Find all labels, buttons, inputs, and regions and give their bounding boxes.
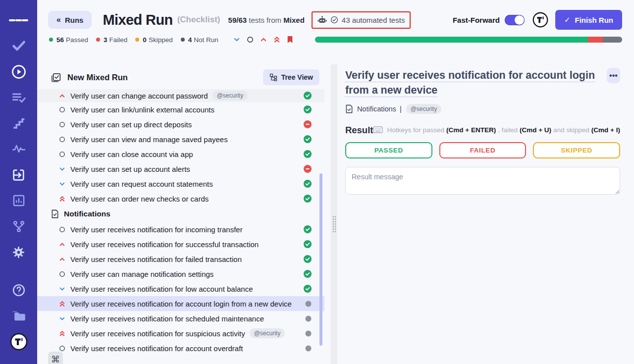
status-passed-icon [299,180,312,188]
suite-section-label: Notifications [64,209,110,218]
test-row[interactable]: Verify user can close account via app [37,147,324,161]
result-message-input[interactable] [345,167,620,195]
settings-gear-icon[interactable] [9,244,29,260]
run-panel-header: New Mixed Run Tree View [37,64,324,89]
verdict-failed-button[interactable]: FAILED [439,142,527,158]
test-row-label: Verify user receives notification for su… [70,240,259,249]
priority-critical-icon [58,195,65,203]
progress-passed-segment [315,37,588,43]
breadcrumb-suite[interactable]: Notifications [357,105,396,113]
test-row-label: Verify user can order new checks or card… [70,195,209,203]
test-row-label: Verify user can link/unlink external acc… [70,105,214,114]
back-to-runs-label: Runs [65,16,84,24]
double-chevron-up-filter-icon[interactable] [273,36,280,44]
test-row[interactable]: Verify user can manage notification sett… [37,266,324,281]
brand-logo[interactable] [9,333,29,350]
test-row-label: Verify user receives notification for fa… [70,255,242,263]
tasks-check-icon[interactable] [9,38,29,54]
automated-tests-chip[interactable]: 43 automated tests [312,11,411,29]
failed-dot-icon [96,38,100,42]
fast-forward-label: Fast-Forward [453,16,500,24]
tree-view-button[interactable]: Tree View [263,69,319,85]
projects-folder-icon[interactable] [9,308,29,324]
tests-count-summary: 59/63 tests from Mixed [228,16,305,24]
security-tag[interactable]: @security [406,104,442,114]
branches-icon[interactable] [9,218,29,235]
finish-run-label: Finish Run [575,16,614,24]
test-row[interactable]: Verify user receives notification for ac… [37,341,324,356]
priority-critical-icon [58,300,65,308]
progress-failed-segment [588,37,603,43]
test-plans-icon[interactable] [9,89,29,106]
stat-skipped: 0Skipped [135,36,172,44]
priority-low-icon [58,181,65,187]
test-row[interactable]: Verify user receives notification for in… [37,222,324,237]
test-row-label: Verify user receives notification for sc… [70,314,264,323]
verdict-passed-button[interactable]: PASSED [345,142,432,158]
import-icon[interactable] [9,166,29,183]
priority-normal-icon [58,345,65,352]
back-to-runs-button[interactable]: « Runs [48,11,92,29]
test-row[interactable]: Verify user receives notification for fa… [37,252,324,266]
test-row[interactable]: Verify user can request account statemen… [37,176,324,191]
tree-icon [269,73,277,81]
test-row[interactable]: Verify user can link/unlink external acc… [37,102,324,117]
pulse-icon[interactable] [9,141,29,157]
panel-splitter[interactable] [331,64,337,364]
finish-run-button[interactable]: ✓ Finish Run [555,10,622,30]
test-row[interactable]: Verify user receives notification for sc… [37,311,324,326]
runs-play-icon[interactable] [9,63,29,80]
status-passed-icon [299,225,312,233]
status-passed-icon [299,135,312,143]
checklist-icon [51,72,61,83]
chevron-down-filter-icon[interactable] [233,36,240,43]
test-row-label: Verify user can view and manage saved pa… [70,135,228,144]
list-scrollbar-thumb[interactable] [319,173,322,346]
status-passed-icon [299,255,312,263]
test-row[interactable]: Verify user can change account password@… [37,89,324,102]
priority-high-icon [58,241,65,248]
help-icon[interactable] [9,282,29,299]
more-actions-button[interactable]: ••• [607,68,620,83]
passed-dot-icon [49,38,53,42]
priority-critical-icon [58,330,65,337]
test-row[interactable]: Verify user can set up direct deposits [37,117,324,132]
sidebar [0,0,37,364]
chevron-up-filter-icon[interactable] [260,36,267,43]
test-row-selected[interactable]: Verify user receives notification for ac… [37,296,324,311]
test-row-label: Verify user can set up account alerts [70,165,190,173]
test-row-label: Verify user can close account via app [70,150,193,158]
menu-icon[interactable] [9,12,29,29]
test-row-label: Verify user receives notification for ac… [70,344,243,353]
test-row-label: Verify user can change account password [70,92,208,100]
status-notrun-icon [300,301,312,307]
command-palette-button[interactable]: ⌘ [48,352,63,364]
test-list-panel: New Mixed Run Tree View Verify user can … [37,64,324,364]
security-tag: @security [212,91,248,101]
test-row[interactable]: Verify user receives notification for lo… [37,281,324,296]
double-chevron-left-icon: « [56,15,61,24]
test-row[interactable]: Verify user can view and manage saved pa… [37,132,324,147]
test-row[interactable]: Verify user receives notification for su… [37,326,324,341]
steps-icon[interactable] [9,115,29,132]
run-type-label: (Checklist) [177,15,220,25]
test-row[interactable]: Verify user can set up account alerts [37,161,324,176]
test-list: Verify user can change account password@… [37,89,324,356]
test-row[interactable]: Verify user receives notification for su… [37,237,324,252]
status-passed-icon [299,150,312,158]
priority-high-icon [58,256,65,262]
check-dial-icon [330,16,338,24]
verdict-skipped-button[interactable]: SKIPPED [533,142,620,158]
priority-low-icon [58,286,65,292]
brand-logo-small[interactable] [532,12,548,28]
test-title[interactable]: Verify user receives notification for ac… [345,68,607,98]
test-row-label: Verify user can set up direct deposits [70,120,192,129]
progress-notrun-segment [603,37,622,43]
suite-section-row[interactable]: Notifications [37,206,324,222]
circle-filter-icon[interactable] [247,36,254,43]
splitter-grip-icon[interactable] [332,215,336,233]
bookmark-icon[interactable] [287,36,293,44]
analytics-icon[interactable] [9,192,29,209]
test-row[interactable]: Verify user can order new checks or card… [37,191,324,206]
fast-forward-toggle[interactable] [505,15,525,25]
